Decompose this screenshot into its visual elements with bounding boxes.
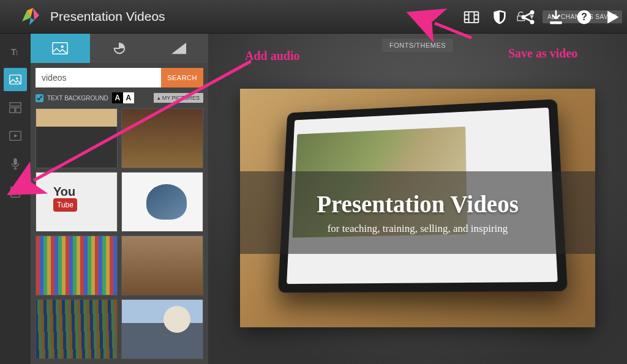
tab-charts[interactable] [90,34,149,63]
play-icon[interactable] [604,9,621,26]
main-body: Tt SEARCH TEXT BACKGROUND AA ▴ MY PICTUR… [0,34,627,364]
image-thumbnail[interactable] [121,172,203,232]
image-thumbnail[interactable] [121,236,203,295]
tab-images[interactable] [31,34,90,63]
svg-marker-3 [29,18,34,25]
svg-text:?: ? [581,12,587,22]
svg-marker-36 [171,43,186,54]
image-thumbnail[interactable] [121,299,203,359]
image-thumbnail[interactable] [36,299,118,359]
text-bg-swatches[interactable]: AA [112,92,134,103]
side-panel: SEARCH TEXT BACKGROUND AA ▴ MY PICTURES [31,34,208,364]
svg-marker-28 [14,134,18,138]
tab-shapes[interactable] [149,34,208,63]
image-thumbnail[interactable] [121,108,203,168]
image-results-grid [31,108,208,364]
svg-rect-16 [550,21,561,24]
svg-rect-29 [13,158,17,165]
svg-text:t: t [16,50,18,56]
svg-line-15 [525,18,531,20]
search-input[interactable] [36,68,161,87]
svg-line-14 [525,13,531,15]
svg-marker-2 [33,8,39,20]
text-tool[interactable]: Tt [4,40,27,63]
download-icon[interactable] [547,9,565,26]
svg-rect-25 [10,108,15,113]
svg-rect-26 [16,108,21,113]
slide-subtitle[interactable]: for teaching, training, selling, and ins… [328,223,508,235]
shield-icon[interactable] [491,9,508,26]
fonts-themes-tab[interactable]: FONTS/THEMES [382,39,453,52]
notes-tool[interactable] [4,180,27,204]
text-background-label: TEXT BACKGROUND [47,95,108,102]
top-toolbar: ? [463,0,621,34]
svg-marker-19 [607,10,618,23]
audio-tool[interactable] [4,152,27,176]
help-icon[interactable]: ? [576,9,593,26]
svg-rect-24 [10,103,21,106]
image-tool[interactable] [4,68,27,91]
svg-rect-4 [465,12,479,23]
canvas-area[interactable]: FONTS/THEMES Presentation Videos for tea… [208,34,627,364]
layout-tool[interactable] [4,96,27,119]
options-row: TEXT BACKGROUND AA ▴ MY PICTURES [31,90,208,108]
save-as-video-button[interactable] [463,9,480,26]
share-icon[interactable] [519,9,536,26]
left-tool-rail: Tt [0,34,31,364]
image-thumbnail[interactable] [36,236,118,295]
panel-tabs [31,34,208,63]
search-button[interactable]: SEARCH [161,68,203,87]
svg-point-35 [61,45,64,48]
back-button[interactable] [5,5,15,29]
video-slide-tool[interactable] [4,124,27,147]
app-logo-icon[interactable] [18,4,43,29]
text-background-checkbox[interactable] [36,94,43,102]
svg-point-23 [16,77,18,80]
slide-text-banner[interactable]: Presentation Videos for teaching, traini… [240,171,595,254]
slide-title[interactable]: Presentation Videos [317,190,519,218]
image-thumbnail[interactable] [36,108,118,168]
presentation-title[interactable]: Presentation Videos [50,9,515,24]
slide[interactable]: Presentation Videos for teaching, traini… [240,89,595,327]
top-header: Presentation Videos ▼ ALL CHANGES SAVED … [0,0,627,34]
my-pictures-button[interactable]: ▴ MY PICTURES [154,93,203,103]
image-thumbnail[interactable] [36,172,118,232]
search-row: SEARCH [31,63,208,90]
